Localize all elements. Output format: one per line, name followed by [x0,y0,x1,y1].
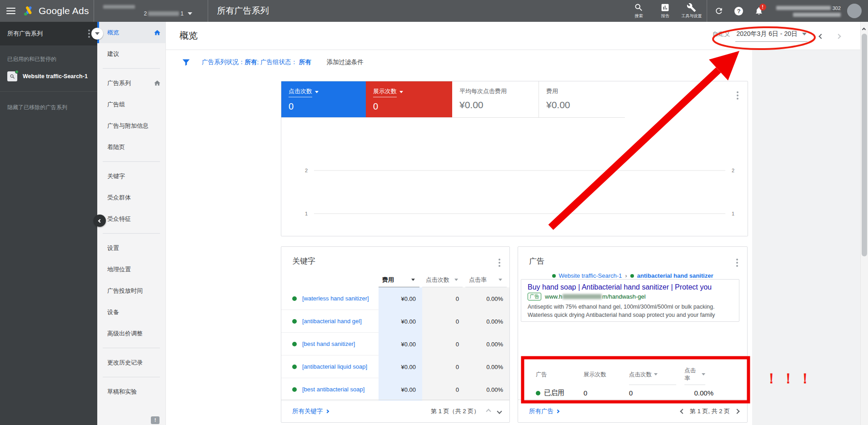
ad-badge: 广告 [528,293,541,300]
ads-card-menu-kebab[interactable] [733,256,741,270]
subnav-item[interactable]: 草稿和实验 [97,381,165,402]
sidebar-collapse-toggle[interactable] [91,28,103,40]
collapse-panel-button[interactable] [94,215,106,227]
keyword-link[interactable]: [waterless hand sanitizer] [302,295,369,302]
hidden-campaigns-note[interactable]: 隐藏了已移除的广告系列 [0,91,97,123]
keywords-card-footer: 所有关键字 第 1 页（共 2 页） [281,400,509,422]
keyword-link[interactable]: [antibacterial hand gel] [302,318,362,325]
menu-icon[interactable] [0,0,22,22]
tools-settings-button[interactable]: 工具与设置 [678,0,705,22]
vertical-scrollbar[interactable] [860,22,868,425]
metric-label: 费用 [546,87,558,95]
subnav-item[interactable]: 广告系列 [97,72,165,94]
subnav-item[interactable]: 高级出价调整 [97,323,165,344]
google-ads-logo: Google Ads [22,5,94,17]
subnav-item[interactable]: 概览 [97,22,165,43]
keyword-row: [best antibacterial soap]¥0.0000.00% [281,378,509,401]
subnav-item[interactable]: 建议 [97,43,165,65]
account-info: 302 [769,5,845,17]
ad-stat-column-ad: 广告 [536,367,584,385]
subnav-item[interactable]: 设置 [97,237,165,259]
svg-text:1: 1 [732,211,734,216]
date-range-selector[interactable]: 自定义 2020年3月 6日 - 20日 [712,30,808,42]
keyword-link[interactable]: [antibacterial liquid soap] [302,363,367,370]
keyword-link[interactable]: [best antibacterial soap] [302,386,364,393]
keyword-link[interactable]: [best hand sanitizer] [302,340,355,347]
column-header-ctr[interactable]: 点击率 [465,276,507,287]
search-campaign-icon [7,71,17,81]
subnav-item[interactable]: 受众群体 [97,187,165,208]
subnav-item-label: 广告组 [107,100,161,109]
reports-button[interactable]: 报告 [652,0,678,22]
subnav-item[interactable]: 更改历史记录 [97,352,165,373]
keyword-ctr-cell: 0.00% [465,355,509,378]
keyword-clicks-cell: 0 [422,310,465,333]
divider [103,233,160,234]
google-ads-overview-page: Google Ads 2 1 所有广告系列 搜索 报告 工具与设置 [0,0,868,425]
metric-scorecard[interactable]: 展示次数0 [366,81,452,117]
chevron-left-icon [680,409,685,414]
feedback-icon[interactable]: ! [151,416,160,424]
tools-settings-label: 工具与设置 [681,13,702,19]
search-button[interactable]: 搜索 [626,0,652,22]
page-down-button[interactable] [498,408,501,415]
all-ads-link[interactable]: 所有广告 [529,407,559,415]
column-header-cost[interactable]: 费用 [379,276,419,287]
blurred-account-id [148,11,179,16]
add-filter-button[interactable]: 添加过滤条件 [327,58,364,66]
chart-card-menu-kebab[interactable] [734,89,741,102]
blurred-account-line2 [793,13,841,17]
subnav-item[interactable]: 设备 [97,301,165,323]
metric-scorecard[interactable]: 点击次数0 [281,81,366,117]
help-button[interactable]: ? [729,0,749,22]
sort-arrow-icon [411,279,415,281]
breadcrumb-adgroup-link[interactable]: antibacterial hand sanitizer [637,272,713,279]
metric-value: 0 [373,101,445,112]
sort-arrow-icon [454,279,458,281]
sidebar-item-campaign[interactable]: Website traffic-Search-1 [0,68,97,85]
subnav-item[interactable]: 着陆页 [97,136,165,158]
notifications-button[interactable]: ! [749,0,769,22]
next-period-button[interactable] [835,30,842,42]
subnav-item-label: 高级出价调整 [107,330,161,338]
column-header-clicks[interactable]: 点击次数 [422,276,463,287]
avatar[interactable] [847,4,862,18]
prev-page-button[interactable] [681,408,684,415]
google-ads-logo-icon [23,5,35,17]
refresh-button[interactable] [709,0,729,22]
ad-stat-column-ctr[interactable]: 点击率 [684,367,705,385]
enabled-status-dot [552,274,556,278]
ad-headline-link[interactable]: Buy hand soap | Antibacterial hand sanit… [528,283,733,291]
ad-stats: 广告 展示次数 点击次数 点击率 已启用 0 0 0.00% [526,361,745,400]
subnav-item[interactable]: 广告投放时间 [97,280,165,301]
sort-arrow-icon [499,279,502,281]
subnav-item[interactable]: 地理位置 [97,259,165,280]
metric-scorecard[interactable]: 平均每次点击费用¥0.00 [452,81,539,117]
subnav-item[interactable]: 广告与附加信息 [97,115,165,136]
subnav-item-label: 受众特征 [107,215,161,223]
keywords-card-menu-kebab[interactable] [496,256,503,270]
active-filters[interactable]: 广告系列状况：所有; 广告组状态： 所有 [202,58,311,66]
main-header: 概览 自定义 2020年3月 6日 - 20日 [166,22,860,50]
subnav-item[interactable]: 关键字 [97,165,165,187]
all-keywords-link[interactable]: 所有关键字 [292,407,329,415]
subnav-item[interactable]: 受众特征 [97,208,165,230]
subnav-item-label: 着陆页 [107,143,161,151]
breadcrumb-campaign-link[interactable]: Website traffic-Search-1 [559,272,622,279]
scrollbar-thumb[interactable] [862,34,867,256]
subnav-item[interactable]: 广告组 [97,94,165,115]
keyword-ctr-cell: 0.00% [465,333,509,355]
scroll-up-button[interactable] [863,25,865,33]
metric-scorecard[interactable]: 费用¥0.00 [539,81,625,117]
keyword-cost-cell: ¥0.00 [379,310,422,333]
ads-card-title: 广告 [529,256,733,266]
subnav-item-label: 关键字 [107,172,161,180]
prev-period-button[interactable] [818,30,825,42]
home-icon [154,80,161,87]
account-switcher[interactable]: 2 1 [94,2,208,20]
ad-stat-column-clicks[interactable]: 点击次数 [629,367,676,385]
chevron-down-icon [95,32,100,35]
divider [103,161,160,162]
next-page-button[interactable] [735,408,739,415]
page-up-button[interactable] [487,408,490,415]
